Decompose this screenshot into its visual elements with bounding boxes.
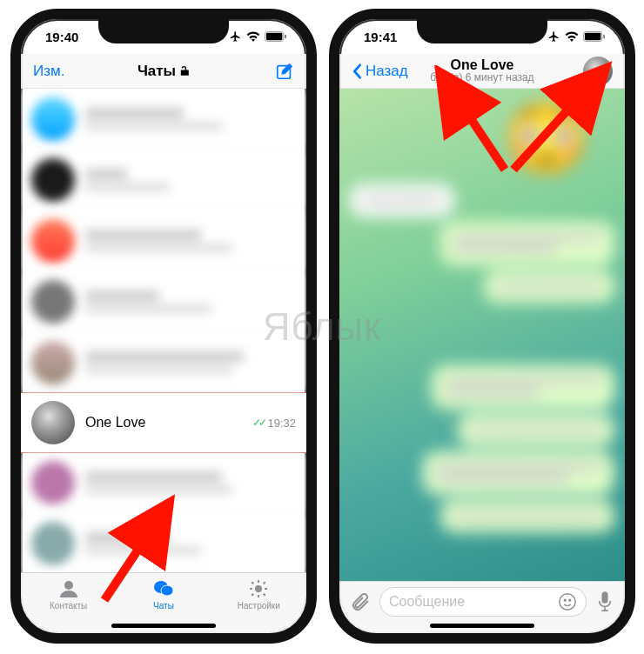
compose-button[interactable] bbox=[275, 62, 294, 81]
wifi-icon bbox=[565, 31, 579, 42]
avatar bbox=[31, 401, 75, 444]
chat-row-one-love[interactable]: One Love ✓✓ 19:32 bbox=[21, 392, 306, 453]
home-indicator[interactable] bbox=[111, 624, 216, 628]
status-time: 19:40 bbox=[45, 30, 78, 44]
svg-point-7 bbox=[256, 586, 261, 591]
home-indicator[interactable] bbox=[430, 624, 534, 628]
chat-row[interactable] bbox=[21, 271, 306, 332]
tab-chats[interactable]: Чаты bbox=[129, 578, 198, 611]
chats-icon bbox=[152, 578, 175, 599]
airplane-icon bbox=[547, 30, 560, 43]
chat-row[interactable] bbox=[21, 513, 306, 572]
chat-row[interactable] bbox=[21, 89, 306, 150]
message-bubble[interactable] bbox=[484, 270, 614, 303]
phone-frame-left: 19:40 Изм. Чаты One Love ✓✓ bbox=[10, 9, 317, 644]
message-bubble[interactable] bbox=[440, 222, 614, 265]
battery-icon bbox=[583, 31, 606, 42]
svg-point-12 bbox=[564, 599, 566, 601]
avatar bbox=[583, 57, 613, 86]
placeholder-text: Сообщение bbox=[389, 594, 465, 610]
message-bubble[interactable] bbox=[423, 451, 614, 495]
message-bubble[interactable] bbox=[432, 365, 614, 409]
nav-bar: Изм. Чаты bbox=[21, 54, 306, 89]
svg-rect-14 bbox=[602, 592, 607, 603]
status-icons bbox=[547, 30, 606, 43]
svg-point-6 bbox=[161, 585, 173, 596]
svg-point-13 bbox=[569, 599, 571, 601]
message-bubble[interactable] bbox=[350, 184, 454, 217]
conversation-area[interactable]: 😳 bbox=[339, 89, 625, 581]
settings-icon bbox=[247, 578, 270, 599]
message-bubble[interactable] bbox=[440, 500, 614, 532]
notch bbox=[417, 17, 547, 43]
chat-name: One Love bbox=[85, 415, 242, 430]
svg-rect-9 bbox=[585, 33, 600, 40]
profile-avatar-button[interactable] bbox=[583, 57, 613, 86]
read-checks-icon: ✓✓ bbox=[252, 417, 265, 429]
battery-icon bbox=[265, 31, 287, 42]
notch bbox=[98, 17, 229, 43]
mic-icon[interactable] bbox=[595, 591, 614, 613]
svg-rect-2 bbox=[285, 35, 286, 39]
phone-frame-right: 19:41 Назад One Love был(а) 6 минут наза… bbox=[329, 9, 635, 644]
chat-row[interactable] bbox=[21, 332, 306, 393]
unlock-icon bbox=[179, 65, 190, 77]
chat-row[interactable] bbox=[21, 150, 306, 210]
svg-rect-10 bbox=[603, 35, 605, 39]
compose-icon bbox=[275, 62, 294, 81]
back-button[interactable]: Назад bbox=[352, 63, 408, 80]
attach-icon[interactable] bbox=[350, 591, 371, 612]
svg-point-11 bbox=[560, 593, 575, 609]
edit-button[interactable]: Изм. bbox=[33, 63, 64, 80]
message-input[interactable]: Сообщение bbox=[379, 587, 587, 617]
status-time: 19:41 bbox=[364, 30, 397, 44]
message-bubble[interactable] bbox=[458, 414, 614, 446]
status-icons bbox=[229, 30, 287, 43]
tab-settings[interactable]: Настройки bbox=[224, 578, 293, 611]
wifi-icon bbox=[246, 31, 260, 42]
chat-time: ✓✓ 19:32 bbox=[252, 417, 296, 430]
chevron-left-icon bbox=[352, 63, 362, 79]
nav-bar: Назад One Love был(а) 6 минут назад bbox=[339, 54, 625, 89]
tab-contacts[interactable]: Контакты bbox=[34, 578, 104, 611]
svg-rect-1 bbox=[266, 33, 282, 40]
chat-list[interactable]: One Love ✓✓ 19:32 bbox=[21, 89, 306, 572]
sticker-icon[interactable] bbox=[558, 592, 577, 611]
chat-row[interactable] bbox=[21, 210, 306, 271]
emoji-message: 😳 bbox=[339, 89, 625, 179]
chat-row[interactable] bbox=[21, 452, 306, 513]
svg-point-4 bbox=[64, 581, 73, 590]
contacts-icon bbox=[57, 578, 80, 599]
airplane-icon bbox=[229, 30, 242, 43]
